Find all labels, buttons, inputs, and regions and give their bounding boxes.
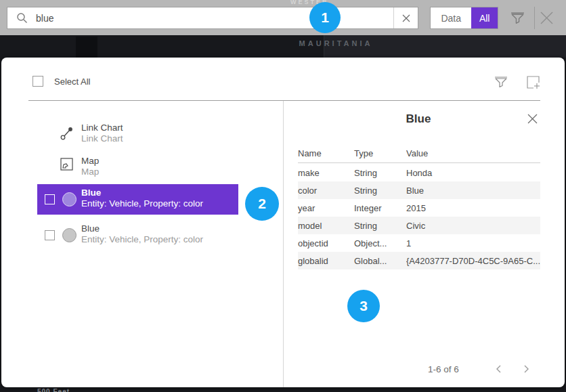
cell-type: Integer bbox=[354, 203, 406, 213]
search-results-panel: Select All Link Chart Link Chart Map Map bbox=[1, 58, 565, 387]
map-icon bbox=[60, 158, 73, 173]
select-all-checkbox[interactable] bbox=[32, 76, 43, 87]
map-scale-text: 500 Feet bbox=[37, 388, 70, 392]
table-header-divider bbox=[298, 162, 540, 163]
list-item-blue[interactable]: Blue Entity: Vehicle, Property: color bbox=[37, 220, 238, 251]
cell-value: Blue bbox=[406, 186, 540, 196]
filter-icon[interactable] bbox=[509, 9, 526, 29]
entity-dot-icon bbox=[62, 192, 77, 206]
table-row: make String Honda bbox=[298, 164, 540, 181]
cell-name: model bbox=[298, 221, 354, 231]
close-search-icon[interactable] bbox=[538, 9, 556, 30]
table-row: color String Blue bbox=[298, 181, 540, 199]
results-filter-icon[interactable] bbox=[493, 74, 509, 93]
item-checkbox[interactable] bbox=[45, 194, 55, 204]
cell-value: 2015 bbox=[406, 203, 540, 213]
cell-value: {A4203777-D70D-4C5C-9A65-C... bbox=[406, 256, 540, 266]
table-row: year Integer 2015 bbox=[298, 199, 540, 217]
cell-type: Global... bbox=[354, 256, 406, 266]
cell-value: Honda bbox=[406, 168, 540, 178]
table-row: globalid Global... {A4203777-D70D-4C5C-9… bbox=[298, 252, 540, 269]
map-terrain-shape bbox=[76, 37, 97, 58]
pagination-next-icon[interactable] bbox=[521, 364, 531, 376]
list-item-map[interactable]: Map Map bbox=[37, 152, 238, 183]
attribute-table-header: Name Type Value bbox=[298, 148, 540, 162]
scope-toggle: Data All bbox=[430, 7, 498, 29]
callout-badge-2: 2 bbox=[245, 187, 279, 221]
cell-type: Object... bbox=[354, 238, 406, 248]
link-chart-icon bbox=[60, 126, 74, 144]
list-item-subtitle: Entity: Vehicle, Property: color bbox=[81, 198, 203, 209]
table-row: model String Civic bbox=[298, 217, 540, 234]
cell-name: make bbox=[298, 168, 354, 178]
list-item-link-chart[interactable]: Link Chart Link Chart bbox=[37, 119, 238, 150]
list-item-title: Blue bbox=[81, 188, 101, 198]
detail-close-icon[interactable] bbox=[527, 113, 538, 127]
list-item-title: Blue bbox=[81, 223, 100, 234]
callout-badge-3: 3 bbox=[347, 290, 380, 322]
panel-divider bbox=[283, 101, 284, 387]
list-item-blue-selected[interactable]: Blue Entity: Vehicle, Property: color bbox=[37, 184, 238, 215]
header-divider bbox=[28, 100, 540, 101]
column-header-name: Name bbox=[298, 148, 354, 158]
detail-title: Blue bbox=[298, 112, 539, 126]
search-toolbar: WESTER Data All bbox=[0, 0, 566, 35]
map-background: MAURITANIA bbox=[0, 35, 566, 58]
entity-dot-icon bbox=[62, 228, 77, 242]
map-label-mauritania: MAURITANIA bbox=[282, 39, 390, 47]
pagination-prev-icon[interactable] bbox=[494, 364, 504, 376]
cell-name: globalid bbox=[298, 256, 354, 266]
scope-data-button[interactable]: Data bbox=[431, 7, 471, 28]
cell-name: year bbox=[298, 203, 354, 213]
list-item-title: Map bbox=[81, 156, 99, 166]
cell-type: String bbox=[354, 186, 406, 196]
item-checkbox[interactable] bbox=[45, 230, 55, 240]
cell-type: String bbox=[354, 168, 406, 178]
cell-name: color bbox=[298, 186, 354, 196]
search-icon bbox=[16, 12, 28, 24]
cell-value: Civic bbox=[406, 221, 540, 231]
column-header-type: Type bbox=[354, 148, 406, 158]
app-root: WESTER Data All MAURITANIA 500 Feet bbox=[0, 0, 566, 392]
clear-search-button[interactable] bbox=[393, 7, 418, 28]
select-all-row: Select All bbox=[32, 76, 90, 87]
pagination-range: 1-6 of 6 bbox=[428, 364, 459, 374]
scope-all-button[interactable]: All bbox=[471, 7, 498, 28]
callout-badge-1: 1 bbox=[309, 2, 341, 33]
list-item-subtitle: Map bbox=[81, 167, 99, 177]
column-header-value: Value bbox=[406, 148, 540, 158]
table-row: objectid Object... 1 bbox=[298, 234, 540, 252]
select-all-label: Select All bbox=[54, 77, 90, 87]
cell-type: String bbox=[354, 221, 406, 231]
add-to-list-icon[interactable] bbox=[525, 74, 541, 93]
search-box[interactable] bbox=[7, 7, 418, 29]
list-item-subtitle: Entity: Vehicle, Property: color bbox=[81, 234, 203, 244]
cell-name: objectid bbox=[298, 238, 354, 248]
toolbar-divider bbox=[534, 7, 535, 29]
list-item-subtitle: Link Chart bbox=[81, 133, 123, 144]
cell-value: 1 bbox=[406, 238, 540, 248]
list-item-title: Link Chart bbox=[81, 123, 123, 133]
